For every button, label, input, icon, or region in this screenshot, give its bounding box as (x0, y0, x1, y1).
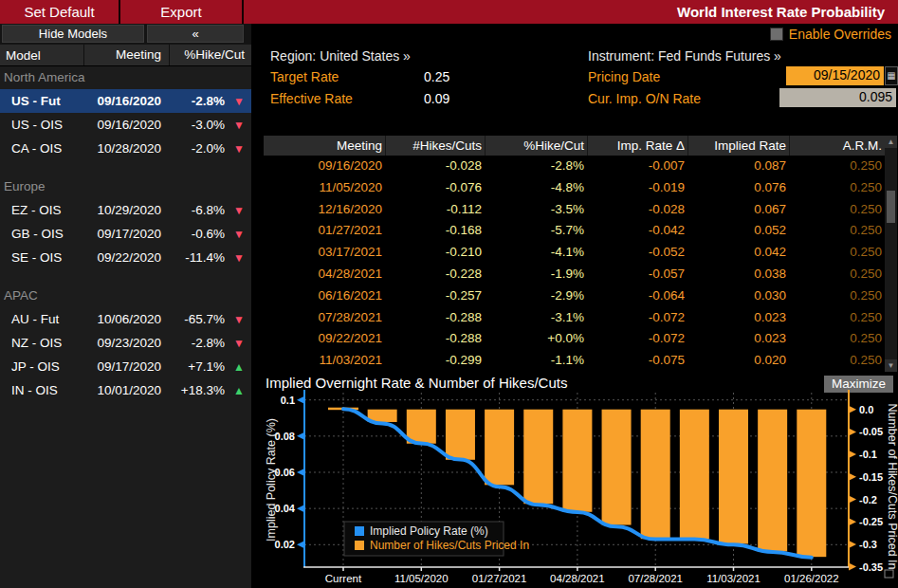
model-label: CA - OIS (0, 141, 83, 156)
pricing-date-input[interactable]: 09/15/2020 (786, 66, 884, 85)
left-tick-icon (297, 432, 304, 440)
rates-chart[interactable]: 0.10.080.060.040.020.0-0.05-0.1-0.15-0.2… (264, 375, 898, 588)
table-row[interactable]: 11/03/2021 -0.299 -1.1% -0.075 0.020 0.2… (264, 350, 885, 372)
legend-swatch-bar (355, 541, 364, 550)
sidebar-row[interactable]: IN - OIS10/01/2020+18.3%▲ (0, 378, 251, 402)
wirp-screen: Set Default Export World Interest Rate P… (0, 0, 898, 588)
sidebar-row[interactable]: AU - Fut10/06/2020-65.7%▼ (0, 307, 251, 331)
hikes-cuts-bar (758, 410, 787, 552)
cell-imp-rate-delta: -0.064 (587, 285, 687, 307)
meeting-date: 09/22/2020 (83, 250, 169, 265)
export-button[interactable]: Export (120, 0, 244, 24)
cell-hikes-cuts: -0.288 (385, 307, 485, 329)
cell-hikes-cuts: -0.210 (385, 242, 485, 264)
meetings-table: Meeting #Hikes/Cuts %Hike/Cut Imp. Rate … (264, 136, 885, 372)
set-default-button[interactable]: Set Default (0, 0, 120, 24)
cell-arm: 0.250 (789, 242, 885, 264)
cell-pct-hike-cut: -2.9% (485, 285, 587, 307)
down-arrow-icon: ▼ (227, 119, 251, 132)
enable-overrides-checkbox[interactable] (770, 28, 783, 41)
col-implied-rate[interactable]: Implied Rate (687, 136, 789, 156)
table-row[interactable]: 09/16/2020 -0.028 -2.8% -0.007 0.087 0.2… (264, 156, 885, 177)
chart-corner-icon[interactable] (885, 570, 893, 578)
table-row[interactable]: 12/16/2020 -0.112 -3.5% -0.028 0.067 0.2… (264, 199, 885, 221)
svg-text:-0.2: -0.2 (859, 494, 877, 505)
cell-arm: 0.250 (789, 285, 885, 307)
col-meeting[interactable]: Meeting (264, 136, 385, 156)
sidebar-row[interactable]: NZ - OIS09/23/2020-2.8%▼ (0, 331, 251, 355)
cell-meeting: 11/05/2020 (264, 177, 385, 199)
region-value[interactable]: United States » (320, 48, 411, 64)
svg-text:Number of Hikes/Cuts Priced In: Number of Hikes/Cuts Priced In (370, 539, 529, 552)
scroll-down-icon[interactable]: ▼ (885, 359, 897, 372)
cell-meeting: 03/17/2021 (264, 242, 385, 264)
table-row[interactable]: 11/05/2020 -0.076 -4.8% -0.019 0.076 0.2… (264, 177, 885, 199)
down-arrow-icon: ▼ (227, 142, 251, 156)
col-hikes-cuts[interactable]: #Hikes/Cuts (385, 136, 485, 156)
cell-meeting: 12/16/2020 (264, 199, 385, 221)
cell-implied-rate: 0.023 (687, 328, 789, 350)
instrument-selector[interactable]: Instrument: Fed Funds Futures » (588, 48, 781, 64)
cell-pct-hike-cut: -3.1% (485, 307, 587, 329)
instrument-label: Instrument: (588, 48, 654, 64)
hikes-cuts-bar (446, 410, 475, 460)
svg-text:0.1: 0.1 (281, 395, 295, 406)
cur-imp-rate-input[interactable]: 0.095 (779, 88, 896, 107)
right-axis-title: Number of Hikes/Cuts Priced In (886, 403, 898, 569)
meeting-date: 09/17/2020 (83, 227, 169, 241)
hike-cut-pct: -6.8% (169, 203, 227, 217)
collapse-panel-button[interactable]: « (147, 25, 244, 43)
table-row[interactable]: 07/28/2021 -0.288 -3.1% -0.072 0.023 0.2… (264, 307, 885, 329)
cell-pct-hike-cut: -4.1% (485, 242, 587, 264)
svg-text:-0.15: -0.15 (859, 471, 883, 483)
instrument-value[interactable]: Fed Funds Futures » (658, 48, 781, 64)
enable-overrides-control[interactable]: Enable Overrides (770, 27, 891, 42)
secondary-toolbar: Hide Models « Enable Overrides (0, 24, 898, 45)
svg-text:-0.35: -0.35 (859, 561, 883, 573)
sidebar-row[interactable]: EZ - OIS10/29/2020-6.8%▼ (0, 198, 251, 222)
meeting-date: 09/16/2020 (83, 94, 169, 108)
cell-imp-rate-delta: -0.075 (587, 350, 687, 372)
meeting-date: 10/06/2020 (83, 312, 169, 326)
model-label: AU - Fut (0, 312, 83, 326)
table-row[interactable]: 04/28/2021 -0.228 -1.9% -0.057 0.038 0.2… (264, 264, 885, 285)
sidebar-row[interactable]: US - Fut09/16/2020-2.8%▼ (0, 89, 251, 113)
calendar-icon[interactable]: ▦ (885, 66, 898, 85)
model-label: SE - OIS (0, 250, 83, 265)
hike-cut-pct: -3.0% (169, 118, 227, 132)
col-pct-hike-cut[interactable]: %Hike/Cut (485, 136, 587, 156)
sidebar-toolbar: Hide Models « (0, 24, 251, 45)
scroll-up-icon[interactable]: ▲ (885, 136, 897, 148)
up-arrow-icon: ▲ (227, 360, 251, 374)
svg-text:01/26/2022: 01/26/2022 (784, 573, 839, 584)
hike-cut-pct: -2.8% (169, 94, 227, 108)
cell-imp-rate-delta: -0.028 (587, 199, 687, 221)
col-arm[interactable]: A.R.M. (789, 136, 885, 156)
sidebar-row[interactable]: GB - OIS09/17/2020-0.6%▼ (0, 222, 251, 246)
hide-models-button[interactable]: Hide Models (2, 25, 144, 43)
hikes-cuts-bar (407, 410, 436, 444)
sidebar-row[interactable]: US - OIS09/16/2020-3.0%▼ (0, 113, 251, 137)
sidebar-section-label: Europe (0, 175, 251, 198)
model-label: US - Fut (0, 94, 83, 108)
sidebar-row[interactable]: JP - OIS09/17/2020+7.1%▲ (0, 355, 251, 378)
table-row[interactable]: 09/22/2021 -0.288 +0.0% -0.072 0.023 0.2… (264, 328, 885, 350)
table-scrollbar[interactable]: ▲ ▼ (885, 136, 897, 372)
cell-pct-hike-cut: -4.8% (485, 177, 587, 199)
model-label: US - OIS (0, 118, 83, 132)
cell-imp-rate-delta: -0.072 (587, 307, 687, 329)
cell-arm: 0.250 (789, 177, 885, 199)
cell-arm: 0.250 (789, 350, 885, 372)
up-arrow-icon: ▲ (227, 384, 251, 397)
model-label: JP - OIS (0, 359, 83, 374)
table-row[interactable]: 01/27/2021 -0.168 -5.7% -0.042 0.052 0.2… (264, 220, 885, 242)
scrollbar-thumb[interactable] (887, 191, 895, 223)
region-selector[interactable]: Region: United States » (270, 48, 411, 64)
table-row[interactable]: 03/17/2021 -0.210 -4.1% -0.052 0.042 0.2… (264, 242, 885, 264)
page-title: World Interest Rate Probability (677, 0, 898, 24)
sidebar-row[interactable]: SE - OIS09/22/2020-11.4%▼ (0, 246, 251, 269)
left-tick-icon (297, 396, 304, 404)
sidebar-row[interactable]: CA - OIS10/28/2020-2.0%▼ (0, 137, 251, 160)
col-imp-rate-delta[interactable]: Imp. Rate Δ (587, 136, 687, 156)
table-row[interactable]: 06/16/2021 -0.257 -2.9% -0.064 0.030 0.2… (264, 285, 885, 307)
